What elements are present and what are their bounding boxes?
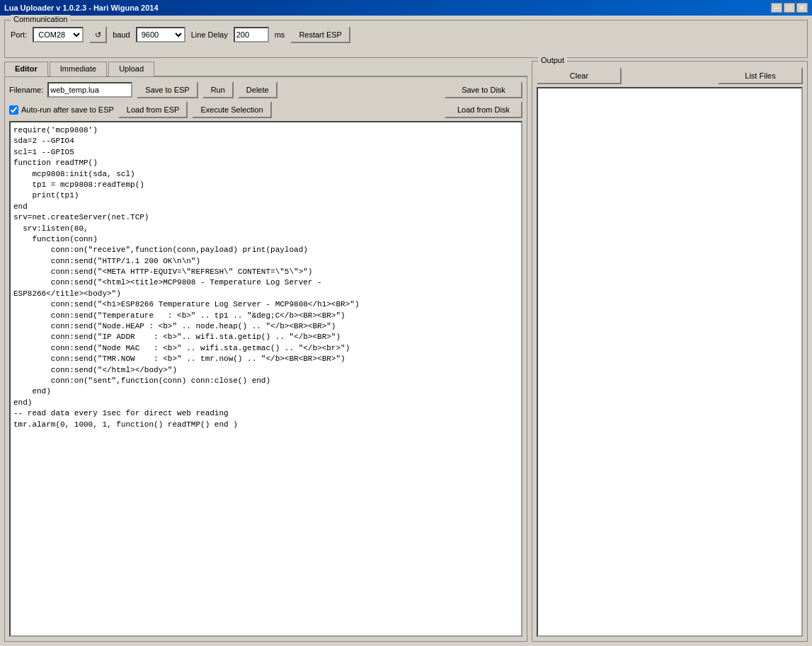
output-group: Output Clear List Files xyxy=(532,61,808,642)
list-files-button[interactable]: List Files xyxy=(718,67,803,84)
output-area[interactable] xyxy=(537,87,803,637)
baud-select[interactable]: 9600 115200 57600 38400 xyxy=(136,27,185,42)
output-group-label: Output xyxy=(538,56,567,64)
save-to-disk-button[interactable]: Save to Disk xyxy=(445,81,522,98)
title-bar-buttons: ─ □ ✕ xyxy=(771,3,808,13)
clear-button[interactable]: Clear xyxy=(537,67,622,84)
port-label: Port: xyxy=(11,30,27,39)
line-delay-input[interactable] xyxy=(234,27,269,42)
refresh-button[interactable]: ↺ xyxy=(89,26,107,43)
maximize-button[interactable]: □ xyxy=(784,3,795,13)
ms-label: ms xyxy=(275,30,285,39)
save-to-esp-button[interactable]: Save to ESP xyxy=(137,81,198,98)
filename-input[interactable] xyxy=(47,82,132,98)
editor-toolbar-row1: Filename: Save to ESP Run Delete Save to… xyxy=(9,81,522,98)
window-title: Lua Uploader v 1.0.2.3 - Hari Wiguna 201… xyxy=(4,4,159,12)
filename-label: Filename: xyxy=(9,86,43,94)
load-from-disk-button[interactable]: Load from Disk xyxy=(445,101,522,118)
communication-group: Communication Port: COM28 COM1 COM2 COM3… xyxy=(4,20,808,58)
editor-toolbar-row2: Auto-run after save to ESP Load from ESP… xyxy=(9,101,522,118)
communication-group-label: Communication xyxy=(11,15,70,23)
baud-label: baud xyxy=(113,30,130,39)
run-button[interactable]: Run xyxy=(202,81,234,98)
autorun-checkbox[interactable] xyxy=(9,105,18,115)
load-from-esp-button[interactable]: Load from ESP xyxy=(118,101,188,118)
autorun-label: Auto-run after save to ESP xyxy=(9,105,114,115)
tab-upload[interactable]: Upload xyxy=(108,62,154,76)
execute-selection-button[interactable]: Execute Selection xyxy=(192,101,271,118)
tab-editor[interactable]: Editor xyxy=(4,62,48,76)
restart-esp-button[interactable]: Restart ESP xyxy=(290,26,350,43)
port-select[interactable]: COM28 COM1 COM2 COM3 xyxy=(33,27,84,42)
code-editor[interactable]: require('mcp9808') sda=2 --GPIO4 scl=1 -… xyxy=(9,121,522,637)
minimize-button[interactable]: ─ xyxy=(771,3,782,13)
line-delay-label: Line Delay xyxy=(191,30,228,39)
tab-immediate[interactable]: Immediate xyxy=(50,62,107,76)
delete-button[interactable]: Delete xyxy=(238,81,278,98)
title-bar: Lua Uploader v 1.0.2.3 - Hari Wiguna 201… xyxy=(0,0,812,16)
close-button[interactable]: ✕ xyxy=(796,3,808,13)
